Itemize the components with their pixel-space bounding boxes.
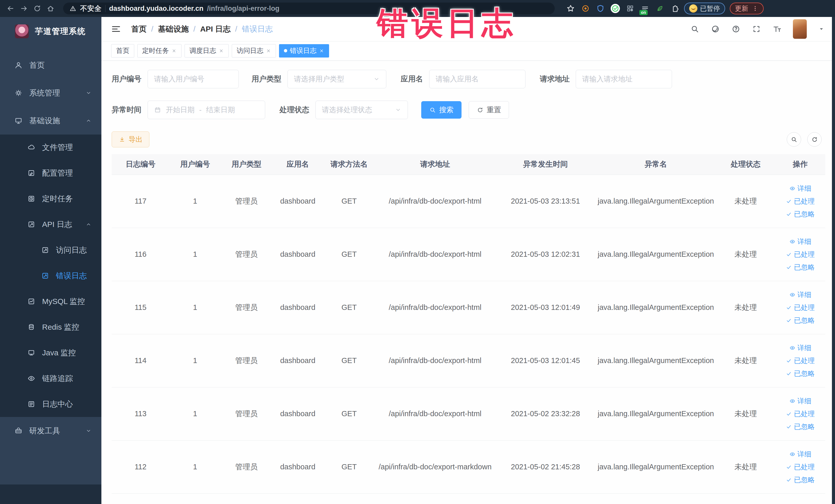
table-column-header[interactable]: 处理状态 xyxy=(716,154,775,175)
back-icon[interactable] xyxy=(6,4,15,13)
breadcrumb-item[interactable]: 错误日志 xyxy=(242,24,272,35)
sidebar-item-toolbox[interactable]: 研发工具 xyxy=(0,417,101,445)
sidebar-item-access-log[interactable]: 访问日志 xyxy=(0,237,101,263)
table-column-header[interactable]: 操作 xyxy=(775,154,825,175)
action-detail[interactable]: 详细 xyxy=(789,449,811,459)
user-type-select[interactable]: 请选择用户类型 xyxy=(287,70,386,88)
refresh-table-button[interactable] xyxy=(807,132,822,147)
sidebar-item-log[interactable]: API 日志 xyxy=(0,211,101,237)
target-extension-icon[interactable] xyxy=(581,4,590,13)
tag-view-4[interactable]: 访问日志 xyxy=(232,44,276,58)
action-ignored[interactable]: 已忽略 xyxy=(786,263,815,272)
forward-icon[interactable] xyxy=(20,4,28,13)
breadcrumb-item[interactable]: 首页 xyxy=(131,24,147,35)
action-processed[interactable]: 已处理 xyxy=(786,303,815,312)
tag-view-5[interactable]: 错误日志 xyxy=(279,44,329,58)
process-status-select[interactable]: 请选择处理状态 xyxy=(315,101,408,119)
sidebar-item-clock[interactable]: 定时任务 xyxy=(0,186,101,211)
tag-view-3[interactable]: 调度日志 xyxy=(185,44,229,58)
start-date-placeholder[interactable]: 开始日期 xyxy=(166,105,195,115)
close-icon[interactable] xyxy=(219,48,224,54)
action-detail[interactable]: 详细 xyxy=(789,237,811,246)
table-column-header[interactable]: 请求方法名 xyxy=(323,154,375,175)
sidebar-item-gear[interactable]: 系统管理 xyxy=(0,79,101,107)
sidebar-item-database[interactable]: Redis 监控 xyxy=(0,314,101,340)
user-id-input[interactable]: 请输入用户编号 xyxy=(148,70,239,88)
update-browser-pill[interactable]: 更新 xyxy=(730,3,763,14)
end-date-placeholder[interactable]: 结束日期 xyxy=(206,105,235,115)
request-url-input[interactable]: 请输入请求地址 xyxy=(576,70,672,88)
reload-icon[interactable] xyxy=(33,4,42,13)
action-detail[interactable]: 详细 xyxy=(789,290,811,299)
action-ignored[interactable]: 已忽略 xyxy=(786,475,815,484)
table-column-header[interactable]: 应用名 xyxy=(272,154,323,175)
sidebar-item-chart[interactable]: MySQL 监控 xyxy=(0,288,101,314)
table-column-header[interactable]: 请求地址 xyxy=(375,154,495,175)
action-detail[interactable]: 详细 xyxy=(789,343,811,352)
puzzle-extensions-icon[interactable] xyxy=(670,4,679,13)
action-ignored[interactable]: 已忽略 xyxy=(786,369,815,378)
tag-label: 调度日志 xyxy=(189,46,216,55)
chevron-down-icon xyxy=(373,76,380,82)
security-label[interactable]: 不安全 xyxy=(80,4,102,13)
sidebar-item-edit[interactable]: 配置管理 xyxy=(0,160,101,186)
action-ignored[interactable]: 已忽略 xyxy=(786,209,815,219)
chevron-down-icon[interactable] xyxy=(818,26,825,32)
action-processed[interactable]: 已处理 xyxy=(786,462,815,472)
logo-row[interactable]: 芋道管理系统 xyxy=(0,17,101,46)
sidebar-item-monitor[interactable]: 基础设施 xyxy=(0,107,101,135)
paused-extension-pill[interactable]: 已暂停 xyxy=(684,3,725,14)
help-icon[interactable] xyxy=(731,24,740,34)
font-size-icon[interactable] xyxy=(772,24,781,34)
adblock-extension-icon[interactable]: on xyxy=(640,4,650,13)
table-column-header[interactable]: 日志编号 xyxy=(111,154,169,175)
search-button[interactable]: 搜索 xyxy=(421,101,462,119)
action-ignored[interactable]: 已忽略 xyxy=(786,422,815,431)
browser-home-icon[interactable] xyxy=(46,4,55,13)
sidebar-item-cloud[interactable]: 文件管理 xyxy=(0,135,101,160)
bookmark-star-icon[interactable] xyxy=(566,4,575,13)
app-name-input[interactable]: 请输入应用名 xyxy=(429,70,526,88)
tag-view-2[interactable]: 定时任务 xyxy=(137,44,182,58)
close-icon[interactable] xyxy=(171,48,177,54)
action-processed[interactable]: 已处理 xyxy=(786,197,815,206)
cell-log-id: 117 xyxy=(111,175,169,228)
table-column-header[interactable]: 用户编号 xyxy=(169,154,221,175)
sidebar-item-error-log[interactable]: 错误日志 xyxy=(0,263,101,288)
hamburger-icon[interactable] xyxy=(110,24,121,35)
breadcrumb-item[interactable]: API 日志 xyxy=(200,24,230,35)
table-column-header[interactable]: 异常名 xyxy=(595,154,716,175)
sidebar-item-trace-eye[interactable]: 链路追踪 xyxy=(0,366,101,391)
sidebar-item-label: 文件管理 xyxy=(42,142,73,153)
export-button[interactable]: 导出 xyxy=(111,132,149,147)
breadcrumb-item[interactable]: 基础设施 xyxy=(158,24,189,35)
check-extension-icon[interactable] xyxy=(611,4,620,13)
action-ignored[interactable]: 已忽略 xyxy=(786,316,815,325)
tag-view-1[interactable]: 首页 xyxy=(111,44,134,58)
fullscreen-icon[interactable] xyxy=(752,24,761,34)
sidebar-item-java-monitor[interactable]: Java 监控 xyxy=(0,340,101,366)
browser-menu-kebab-icon[interactable] xyxy=(752,4,758,13)
avatar[interactable] xyxy=(793,19,807,39)
action-detail[interactable]: 详细 xyxy=(789,184,811,193)
search-icon[interactable] xyxy=(690,24,699,34)
action-processed[interactable]: 已处理 xyxy=(786,356,815,365)
sidebar-item-log-center[interactable]: 日志中心 xyxy=(0,391,101,417)
leaf-extension-icon[interactable] xyxy=(655,4,665,13)
exception-time-range-picker[interactable]: 开始日期 - 结束日期 xyxy=(148,101,265,119)
table-column-header[interactable]: 用户类型 xyxy=(221,154,272,175)
grid-extension-icon[interactable] xyxy=(626,4,635,13)
action-detail[interactable]: 详细 xyxy=(789,397,811,406)
sidebar-item-home-menu[interactable]: 首页 xyxy=(0,52,101,79)
toggle-search-button[interactable] xyxy=(787,132,801,147)
scrollbar[interactable] xyxy=(832,17,835,504)
sidebar-item-label: 日志中心 xyxy=(42,399,73,409)
close-icon[interactable] xyxy=(319,48,324,54)
table-column-header[interactable]: 异常发生时间 xyxy=(495,154,595,175)
action-processed[interactable]: 已处理 xyxy=(786,409,815,419)
action-processed[interactable]: 已处理 xyxy=(786,250,815,259)
close-icon[interactable] xyxy=(266,48,271,54)
reset-button[interactable]: 重置 xyxy=(469,101,509,119)
shield-extension-icon[interactable] xyxy=(596,4,605,13)
github-icon[interactable] xyxy=(711,24,720,34)
